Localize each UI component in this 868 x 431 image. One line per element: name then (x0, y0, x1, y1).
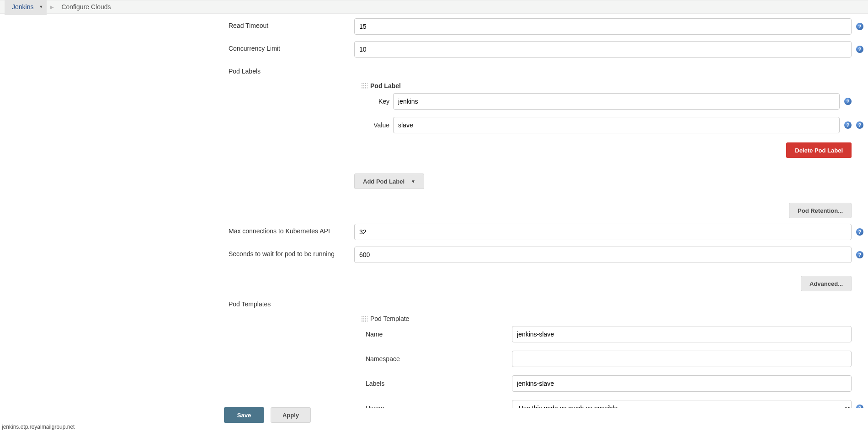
label-pod-labels: Pod Labels (0, 64, 354, 75)
wait-seconds-input[interactable] (354, 247, 852, 263)
pod-template-section-title: Pod Template (370, 315, 409, 322)
help-icon[interactable]: ? (856, 405, 863, 408)
read-timeout-input[interactable] (354, 18, 852, 35)
help-icon[interactable]: ? (856, 121, 863, 129)
help-icon[interactable]: ? (844, 98, 852, 105)
breadcrumb: Jenkins ▼ ▶ Configure Clouds (0, 0, 868, 14)
add-pod-label-button[interactable]: Add Pod Label ▼ (354, 173, 424, 189)
help-icon[interactable]: ? (856, 46, 863, 53)
chevron-down-icon[interactable]: ▼ (39, 5, 43, 9)
apply-button[interactable]: Apply (271, 407, 311, 423)
help-icon[interactable]: ? (856, 228, 863, 236)
label-pod-template-usage: Usage (366, 405, 512, 408)
pod-template-namespace-input[interactable] (512, 351, 852, 367)
label-read-timeout: Read Timeout (0, 18, 354, 29)
save-button[interactable]: Save (224, 407, 264, 423)
pod-retention-button[interactable]: Pod Retention... (789, 203, 852, 218)
chevron-down-icon: ▼ (411, 179, 415, 184)
delete-pod-label-button[interactable]: Delete Pod Label (786, 142, 852, 158)
drag-handle-icon[interactable] (361, 83, 367, 89)
breadcrumb-root[interactable]: Jenkins ▼ (5, 0, 47, 15)
label-concurrency-limit: Concurrency Limit (0, 41, 354, 52)
label-pod-template-name: Name (366, 331, 512, 338)
label-pod-template-namespace: Namespace (366, 355, 512, 363)
help-icon[interactable]: ? (856, 23, 863, 30)
breadcrumb-current: Configure Clouds (58, 1, 114, 13)
pod-label-section-title: Pod Label (370, 82, 401, 89)
breadcrumb-separator-icon: ▶ (50, 5, 54, 10)
pod-label-key-input[interactable] (393, 93, 840, 110)
concurrency-limit-input[interactable] (354, 41, 852, 58)
drag-handle-icon[interactable] (361, 315, 367, 322)
label-pod-label-key: Key (361, 98, 393, 105)
label-pod-label-value: Value (361, 121, 393, 129)
label-wait-seconds: Seconds to wait for pod to be running (0, 247, 354, 258)
help-icon[interactable]: ? (856, 251, 863, 258)
bottom-action-bar: Save Apply (224, 407, 311, 423)
status-bar-url: jenkins.etp.royalmailgroup.net (0, 423, 76, 431)
form-area: Read Timeout ? Concurrency Limit ? Pod L… (0, 14, 868, 408)
max-connections-input[interactable] (354, 224, 852, 240)
pod-template-usage-select[interactable]: Use this node as much as possible (512, 400, 852, 408)
add-pod-label-button-text: Add Pod Label (363, 178, 405, 185)
breadcrumb-root-link[interactable]: Jenkins (8, 1, 37, 13)
pod-template-name-input[interactable] (512, 326, 852, 342)
label-pod-template-labels: Labels (366, 380, 512, 387)
label-max-connections: Max connections to Kubernetes API (0, 224, 354, 235)
help-icon[interactable]: ? (844, 121, 852, 129)
label-pod-templates: Pod Templates (0, 297, 354, 308)
advanced-button[interactable]: Advanced... (801, 276, 852, 291)
pod-template-labels-input[interactable] (512, 375, 852, 392)
pod-label-value-input[interactable] (393, 117, 840, 133)
